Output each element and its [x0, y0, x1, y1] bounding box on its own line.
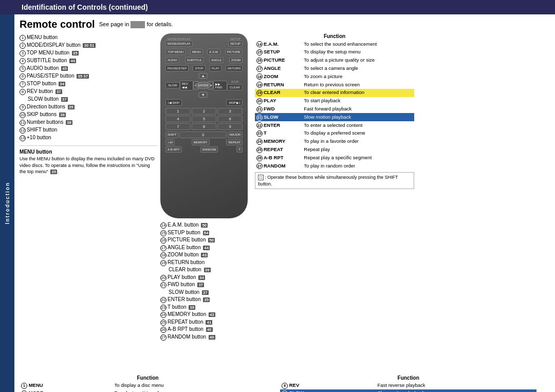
list-item: 10 SKIP buttons 38 [20, 110, 157, 118]
list-item: 4 SUBTITLE button 44 [20, 57, 157, 64]
list-item: 17 ANGLE button 44 [160, 244, 252, 252]
page-header: Identification of Controls (continued) [0, 0, 555, 14]
num-0-button[interactable]: 0 [179, 132, 227, 138]
audio-button[interactable]: AUDIO [165, 57, 179, 63]
setup-button[interactable]: SETUP [228, 41, 243, 47]
topmenu-button[interactable]: TOP MENU [165, 49, 186, 55]
list-item: 25 REPEAT button 41 [160, 319, 252, 326]
list-item: 12 SHIFT button [20, 126, 157, 134]
table-row: 27RANDOM To play in random order [255, 162, 414, 170]
skip-prev-button[interactable]: |◀ SKIP [165, 99, 182, 106]
function-table-center-header: Function [280, 375, 536, 382]
list-item: 3 TOP MENU button 35 [20, 49, 157, 57]
remote-top-row: MODE/DISPLAY MODE/DISPLAY SETUP SETUP [165, 38, 243, 47]
play-button[interactable]: PLAY [210, 65, 221, 71]
sidebar-label: Introduction [5, 182, 10, 224]
list-item: 14 E.A.M. button 50 [160, 221, 252, 229]
dpad-down[interactable]: ▼ [199, 92, 208, 98]
major-button[interactable]: MAJOR [228, 132, 243, 138]
eam-button[interactable]: E.A.M. [207, 49, 220, 55]
dpad-up[interactable]: ▲ [199, 73, 208, 79]
right-numbered-list: 14 E.A.M. button 50 15 SETUP button 54 1… [160, 221, 252, 341]
header-title: Identification of Controls (continued) [22, 3, 148, 11]
return-button[interactable]: RETURN [226, 65, 243, 71]
bottom-tables: Function 1 MENU To display a disc menu 2… [20, 375, 550, 392]
table-row: 1 MENU To display a disc menu [20, 382, 276, 389]
subtitle-button[interactable]: SUBTITLE [185, 57, 204, 63]
list-item: 19 RETURN button [160, 259, 252, 267]
list-item: 15 SETUP button 54 [160, 229, 252, 237]
num-8-button[interactable]: 8 [192, 123, 217, 130]
memory-button[interactable]: MEMORY [192, 139, 210, 145]
page-body: Remote control See page in for details. … [14, 14, 555, 392]
remote-control-graphic: MODE/DISPLAY MODE/DISPLAY SETUP SETUP TO… [160, 33, 252, 372]
function-table: Function 14E.A.M. To select the sound en… [255, 33, 414, 170]
random-button[interactable]: RANDOM [200, 146, 218, 153]
table-row-slow: 21SLOW Slow motion playback [255, 113, 414, 121]
skip-row: |◀ SKIP SKIP ▶| [165, 99, 243, 106]
function-table-left: Function 1 MENU To display a disc menu 2… [20, 375, 276, 392]
function-table-header: Function [255, 33, 414, 40]
remote-section-header: Remote control See page in for details. [20, 18, 550, 30]
pausestep-button[interactable]: PAUSE/STEP [165, 65, 189, 71]
skip-next-button[interactable]: SKIP ▶| [226, 99, 243, 106]
page-number-container: 18 [541, 375, 550, 392]
rev-fwd-row: SLOW REV ◀◀ ▲ ▼ ◀ ▶ ENTER [165, 73, 243, 98]
fwd-button[interactable]: ▶▶ FWD [213, 81, 227, 90]
zoom-button[interactable]: ZOOM [229, 57, 243, 63]
list-item: 13 +10 button [20, 134, 157, 141]
bottom-center-table: Function 8 REV Fast reverse playback 8 S… [280, 375, 536, 392]
num-2-button[interactable]: 2 [192, 108, 217, 115]
list-item: 9 Direction buttons 35 [20, 103, 157, 110]
shift-note-icon: □ [258, 175, 264, 180]
plus10-button[interactable]: +10 [165, 139, 175, 145]
body-wrapper: Introduction Remote control See page in … [0, 14, 555, 392]
table-row: 14E.A.M. To select the sound enhancement [255, 40, 414, 48]
list-item: 7 STOP button 34 [20, 80, 157, 87]
left-numbered-list: 1 MENU button 2 MODE/DISPLAY button 30 5… [20, 33, 157, 372]
function-table-left-header: Function [20, 375, 276, 382]
remote-second-row: TOP MENU MENU E.A.M. PICTURE [165, 49, 243, 55]
num-6-button[interactable]: 6 [217, 116, 243, 122]
list-item: SLOW button 37 [160, 289, 252, 296]
angle-button[interactable]: ANGLE [209, 57, 224, 63]
num-4-button[interactable]: 4 [165, 116, 191, 122]
picture-button[interactable]: PICTURE [225, 49, 243, 55]
table-row: 18ZOOM To zoom a picture [255, 72, 414, 81]
mode-display-button[interactable]: MODE/DISPLAY [165, 41, 193, 47]
num-9-button[interactable]: 9 [217, 123, 243, 130]
slow-left-button[interactable]: SLOW [165, 82, 180, 88]
table-row: 20PLAY To start playback [255, 97, 414, 105]
menu-button[interactable]: MENU [190, 49, 203, 55]
table-row: 21FWD Fast forward playback [255, 105, 414, 114]
t-button[interactable]: T [236, 146, 243, 153]
shift-button[interactable]: SHIFT [165, 132, 178, 138]
menu-note: MENU button Use the MENU button to displ… [20, 145, 157, 175]
list-item: 1 MENU button [20, 33, 157, 41]
table-row: 17ANGLE To select a camera angle [255, 64, 414, 72]
list-item: 8 REV button 37 [20, 87, 157, 95]
table-row: 25REPEAT Repeat play [255, 146, 414, 154]
list-item: 2 MODE/DISPLAY button 30 51 [20, 41, 157, 49]
stop-button[interactable]: STOP [193, 65, 205, 71]
rev-button[interactable]: REV ◀◀ [180, 81, 193, 90]
list-item: 24 MEMORY button 42 [160, 311, 252, 319]
num-5-button[interactable]: 5 [192, 116, 217, 122]
table-row: 8 REV Fast reverse playback [280, 382, 536, 389]
num-1-button[interactable]: 1 [165, 108, 191, 115]
list-item: 11 Number buttons 38 [20, 118, 157, 126]
num-3-button[interactable]: 3 [217, 108, 243, 115]
number-pad: 1 2 3 4 5 6 7 8 9 [165, 108, 243, 130]
abrpt-button[interactable]: A-B RPT [165, 146, 182, 153]
repeat-button[interactable]: REPEAT [226, 139, 243, 145]
dpad: ▲ ▼ ◀ ▶ ENTER [193, 73, 213, 98]
table-row-slow: 8 SLOW Slow motion playback [280, 389, 536, 392]
extra-buttons-row: +10 MEMORY REPEAT [165, 139, 243, 145]
list-item: 6 PAUSE/STEP button 35 37 [20, 72, 157, 80]
list-item: 26 A-B RPT button 40 [160, 326, 252, 333]
num-7-button[interactable]: 7 [165, 123, 191, 130]
list-item: 22 ENTER button 35 [160, 296, 252, 304]
table-row: 23T To display a preferred scene [255, 129, 414, 138]
page-reference-box [131, 21, 145, 28]
clear-button[interactable]: CLEAR [227, 84, 243, 90]
